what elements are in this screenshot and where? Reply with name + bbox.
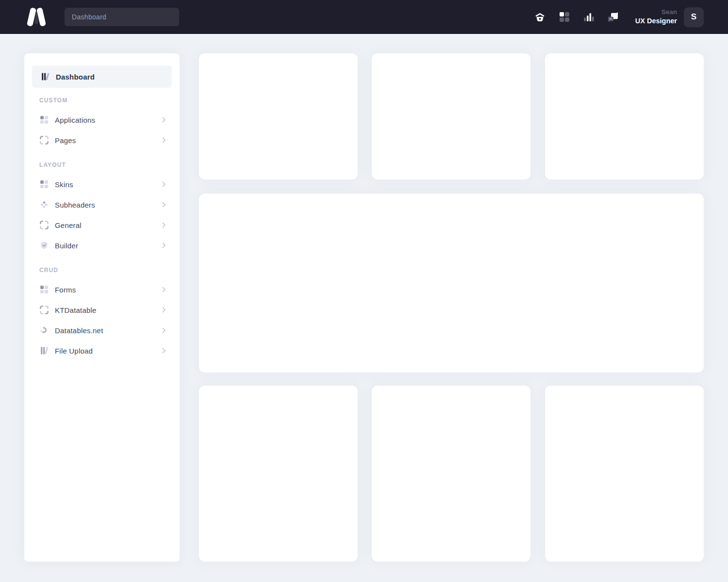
- frame-icon: [39, 220, 49, 230]
- chevron-right-icon: [162, 117, 166, 123]
- card-top-1: [199, 53, 358, 179]
- sidebar-item-dashboard[interactable]: Dashboard: [32, 65, 172, 88]
- chevron-right-icon: [162, 327, 166, 333]
- section-header-crud: CRUD: [24, 263, 180, 277]
- sidebar: Dashboard CUSTOM Applications: [24, 53, 180, 562]
- page-title: Dashboard: [72, 13, 106, 21]
- metronic-logo-icon: [25, 6, 48, 28]
- chevron-right-icon: [162, 202, 166, 208]
- card-middle-wide: [199, 194, 704, 372]
- section-header-layout: LAYOUT: [24, 158, 180, 172]
- shield-check-icon: [39, 241, 49, 250]
- sidebar-item-label: Applications: [55, 116, 95, 124]
- card-bottom-1: [199, 386, 358, 562]
- sidebar-item-subheaders[interactable]: Subheaders: [24, 194, 180, 215]
- chevron-right-icon: [162, 287, 166, 292]
- sidebar-item-label: KTDatatable: [55, 306, 97, 314]
- avatar-initial: S: [691, 12, 696, 22]
- library-icon: [40, 72, 50, 81]
- sidebar-item-general[interactable]: General: [24, 215, 180, 235]
- grid-icon: [39, 285, 49, 294]
- diamond-dots-icon: [39, 200, 49, 210]
- chevron-right-icon: [162, 348, 166, 354]
- sidebar-item-skins[interactable]: Skins: [24, 174, 180, 194]
- sidebar-item-label: Dashboard: [56, 73, 95, 81]
- frame-icon: [39, 305, 49, 315]
- frame-icon: [39, 135, 49, 145]
- chat-icon[interactable]: [603, 7, 623, 27]
- sidebar-item-label: File Upload: [55, 347, 93, 355]
- avatar[interactable]: S: [684, 7, 704, 27]
- sidebar-item-label: Skins: [55, 180, 73, 189]
- sidebar-item-label: Datatables.net: [55, 326, 103, 335]
- user-role: UX Designer: [635, 16, 677, 26]
- sidebar-item-builder[interactable]: Builder: [24, 235, 180, 256]
- sidebar-item-label: Forms: [55, 286, 76, 294]
- topbar: Dashboard: [0, 0, 728, 34]
- chevron-right-icon: [162, 181, 166, 187]
- library-icon: [39, 346, 49, 356]
- chevron-right-icon: [162, 222, 166, 228]
- card-bottom-2: [372, 386, 530, 562]
- chevron-right-icon: [162, 137, 166, 143]
- grid-icon: [39, 115, 49, 125]
- sidebar-item-label: General: [55, 221, 82, 229]
- chevron-right-icon: [162, 242, 166, 248]
- grid-icon[interactable]: [555, 7, 574, 27]
- user-info[interactable]: Sean UX Designer: [635, 8, 677, 26]
- chevron-right-icon: [162, 307, 166, 313]
- sidebar-item-applications[interactable]: Applications: [24, 110, 180, 130]
- basket-icon[interactable]: [530, 7, 550, 27]
- sidebar-item-label: Subheaders: [55, 201, 95, 209]
- sidebar-item-datatables-net[interactable]: Datatables.net: [24, 320, 180, 340]
- sidebar-item-file-upload[interactable]: File Upload: [24, 340, 180, 361]
- sidebar-item-ktdatatable[interactable]: KTDatatable: [24, 300, 180, 320]
- sidebar-item-forms[interactable]: Forms: [24, 279, 180, 300]
- section-header-custom: CUSTOM: [24, 93, 180, 108]
- chart-bars-icon[interactable]: [579, 7, 598, 27]
- user-name: Sean: [635, 8, 677, 16]
- refresh-sparkle-icon: [39, 325, 49, 335]
- sidebar-item-pages[interactable]: Pages: [24, 130, 180, 150]
- card-bottom-3: [545, 386, 704, 562]
- page-title-box[interactable]: Dashboard: [65, 8, 179, 26]
- card-top-3: [545, 53, 704, 179]
- grid-icon: [39, 179, 49, 189]
- card-top-2: [372, 53, 530, 179]
- topbar-right: Sean UX Designer S: [530, 0, 704, 34]
- sidebar-item-label: Builder: [55, 242, 78, 250]
- sidebar-item-label: Pages: [55, 136, 76, 145]
